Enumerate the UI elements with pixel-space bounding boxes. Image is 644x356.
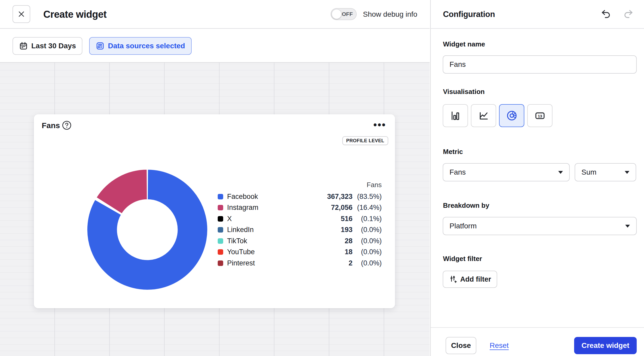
legend-color-linkedin xyxy=(218,227,223,233)
widget-title: Fans xyxy=(42,121,60,130)
widget-filter-label: Widget filter xyxy=(443,255,482,263)
profile-level-badge: PROFILE LEVEL xyxy=(342,136,388,145)
visualisation-label: Visualisation xyxy=(443,88,485,96)
dashboard-grid-canvas: Fans ••• PROFILE LEVEL Fans xyxy=(0,63,430,356)
aggregation-select[interactable]: Sum xyxy=(575,163,636,181)
viz-option-line-chart[interactable] xyxy=(471,104,496,127)
date-range-label: Last 30 Days xyxy=(31,42,76,50)
reset-link-label: Reset xyxy=(490,341,509,349)
legend-percent: (83.5%) xyxy=(353,193,382,201)
legend-row-youtube[interactable]: YouTube 18 (0.0%) xyxy=(218,247,382,258)
data-sources-label: Data sources selected xyxy=(108,42,185,50)
undo-button[interactable] xyxy=(601,9,612,20)
redo-button[interactable] xyxy=(623,9,634,20)
legend-row-pinterest[interactable]: Pinterest 2 (0.0%) xyxy=(218,258,382,269)
page-title: Create widget xyxy=(43,0,107,29)
chevron-down-icon xyxy=(625,225,630,228)
widget-menu-button[interactable]: ••• xyxy=(373,117,386,133)
viz-option-bar-chart[interactable] xyxy=(443,104,468,127)
legend-value: 18 xyxy=(345,248,353,256)
legend-percent: (16.4%) xyxy=(353,204,382,212)
date-range-button[interactable]: Last 30 Days xyxy=(13,37,82,55)
bar-chart-icon xyxy=(450,110,461,121)
breakdown-value: Platform xyxy=(449,222,477,230)
configuration-panel: Configuration Widget name Fans Visualisa… xyxy=(430,0,644,356)
legend-value: 193 xyxy=(341,226,353,234)
legend-value: 367,323 xyxy=(327,193,353,201)
legend-color-instagram xyxy=(218,205,223,210)
create-widget-screen: Create widget OFF Show debug info Last 3… xyxy=(0,0,644,356)
legend-percent: (0.0%) xyxy=(353,237,382,245)
calendar-icon xyxy=(19,41,28,50)
line-chart-icon xyxy=(478,110,489,121)
legend-color-facebook xyxy=(218,194,223,199)
data-sources-icon xyxy=(96,41,105,50)
breakdown-select[interactable]: Platform xyxy=(443,217,637,235)
legend-percent: (0.0%) xyxy=(353,259,382,267)
legend-percent: (0.0%) xyxy=(353,248,382,256)
viz-option-number[interactable]: 13 xyxy=(527,104,552,127)
legend-percent: (0.1%) xyxy=(353,215,382,223)
legend-row-instagram[interactable]: Instagram 72,056 (16.4%) xyxy=(218,202,382,213)
legend-value: 72,056 xyxy=(331,204,353,212)
close-button-label: Close xyxy=(451,341,471,350)
legend-column-header: Fans xyxy=(218,180,382,191)
create-widget-label: Create widget xyxy=(581,341,629,350)
legend-value: 516 xyxy=(341,215,353,223)
debug-toggle-label: Show debug info xyxy=(363,0,417,29)
metric-label: Metric xyxy=(443,148,463,156)
close-icon xyxy=(17,10,25,18)
legend-color-pinterest xyxy=(218,260,223,266)
data-sources-button[interactable]: Data sources selected xyxy=(89,37,192,55)
legend-row-facebook[interactable]: Facebook 367,323 (83.5%) xyxy=(218,191,382,202)
help-icon[interactable] xyxy=(62,121,71,130)
add-filter-button[interactable]: Add filter xyxy=(443,271,497,288)
metric-select[interactable]: Fans xyxy=(443,163,570,181)
legend-label: LinkedIn xyxy=(227,226,254,234)
chevron-down-icon xyxy=(558,171,563,174)
widget-name-input[interactable]: Fans xyxy=(443,55,637,74)
toolbar: Last 30 Days Data sources selected xyxy=(0,29,430,63)
legend-row-linkedin[interactable]: LinkedIn 193 (0.0%) xyxy=(218,224,382,236)
chevron-down-icon xyxy=(625,171,629,174)
legend-label: Instagram xyxy=(227,204,258,212)
configuration-header: Configuration xyxy=(431,0,644,29)
metric-value: Fans xyxy=(449,168,466,176)
undo-icon xyxy=(601,9,612,20)
legend-color-tiktok xyxy=(218,238,223,244)
viz-option-pie-chart[interactable] xyxy=(499,104,524,127)
aggregation-value: Sum xyxy=(581,168,597,176)
chart-legend: Fans Facebook 367,323 (83.5%) Instagram … xyxy=(218,180,382,269)
number-card-icon: 13 xyxy=(534,110,545,121)
legend-row-tiktok[interactable]: TikTok 28 (0.0%) xyxy=(218,235,382,247)
header-bar: Create widget OFF Show debug info xyxy=(0,0,430,29)
toggle-track[interactable]: OFF xyxy=(331,8,357,20)
legend-row-x[interactable]: X 516 (0.1%) xyxy=(218,213,382,224)
configuration-title: Configuration xyxy=(443,0,495,29)
legend-label: Pinterest xyxy=(227,259,255,267)
close-button[interactable]: Close xyxy=(446,337,476,354)
toggle-knob[interactable] xyxy=(332,9,342,19)
widget-name-label: Widget name xyxy=(443,40,485,48)
redo-icon xyxy=(623,9,634,20)
create-widget-button[interactable]: Create widget xyxy=(574,337,637,354)
legend-label: X xyxy=(227,215,232,223)
legend-value: 2 xyxy=(349,259,353,267)
widget-preview-card: Fans ••• PROFILE LEVEL Fans xyxy=(34,114,395,308)
visualisation-options: 13 xyxy=(443,104,552,127)
add-filter-label: Add filter xyxy=(460,275,491,283)
svg-text:13: 13 xyxy=(538,114,542,118)
configuration-footer: Close Reset Create widget xyxy=(431,327,644,356)
legend-percent: (0.0%) xyxy=(353,226,382,234)
close-dialog-button[interactable] xyxy=(13,5,30,23)
debug-toggle[interactable]: OFF xyxy=(331,8,357,20)
legend-label: YouTube xyxy=(227,248,255,256)
widget-name-value: Fans xyxy=(449,60,466,69)
legend-label: TikTok xyxy=(227,237,247,245)
breakdown-label: Breakdown by xyxy=(443,201,489,210)
toggle-state-label: OFF xyxy=(342,9,353,20)
reset-link[interactable]: Reset xyxy=(490,337,509,354)
donut-chart xyxy=(87,169,208,290)
legend-color-youtube xyxy=(218,249,223,255)
legend-color-x xyxy=(218,216,223,222)
